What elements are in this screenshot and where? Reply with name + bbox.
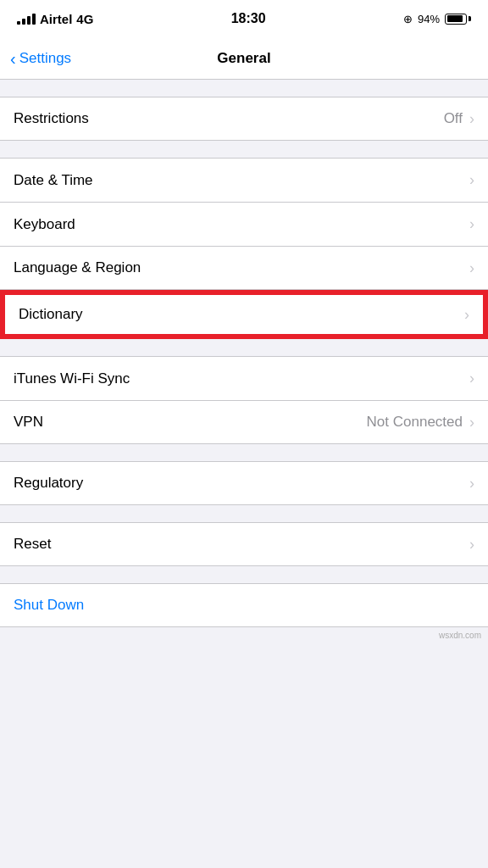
regulatory-chevron-icon: › bbox=[469, 475, 474, 492]
dictionary-row[interactable]: Dictionary › bbox=[3, 292, 485, 337]
shutdown-label: Shut Down bbox=[14, 597, 84, 614]
signal-icon bbox=[17, 14, 36, 25]
regulatory-label: Regulatory bbox=[14, 475, 469, 492]
itunes-vpn-section: iTunes Wi-Fi Sync › VPN Not Connected › bbox=[0, 356, 488, 444]
language-region-label: Language & Region bbox=[14, 259, 469, 276]
shutdown-row[interactable]: Shut Down bbox=[0, 583, 488, 627]
keyboard-label: Keyboard bbox=[14, 216, 469, 233]
back-chevron-icon: ‹ bbox=[10, 50, 16, 67]
regulatory-section: Regulatory › bbox=[0, 461, 488, 505]
vpn-row[interactable]: VPN Not Connected › bbox=[0, 400, 488, 444]
page-title: General bbox=[217, 50, 270, 67]
keyboard-chevron-icon: › bbox=[469, 215, 474, 233]
battery-percent: 94% bbox=[418, 13, 440, 25]
regulatory-row[interactable]: Regulatory › bbox=[0, 461, 488, 505]
restrictions-row[interactable]: Restrictions Off › bbox=[0, 97, 488, 141]
carrier-label: Airtel bbox=[40, 12, 72, 26]
vpn-label: VPN bbox=[14, 414, 367, 431]
restrictions-label: Restrictions bbox=[14, 110, 444, 127]
restrictions-section: Restrictions Off › bbox=[0, 97, 488, 141]
dictionary-section: Dictionary › bbox=[0, 290, 488, 339]
wifi-icon: ⊕ bbox=[403, 13, 413, 25]
restrictions-value: Off bbox=[444, 110, 463, 127]
reset-chevron-icon: › bbox=[469, 536, 474, 554]
date-time-row[interactable]: Date & Time › bbox=[0, 158, 488, 202]
dictionary-label: Dictionary bbox=[19, 306, 464, 323]
status-right: ⊕ 94% bbox=[403, 13, 471, 25]
dictionary-chevron-icon: › bbox=[464, 306, 469, 324]
restrictions-chevron-icon: › bbox=[469, 110, 474, 128]
status-left: Airtel 4G bbox=[17, 12, 93, 26]
back-button[interactable]: ‹ Settings bbox=[10, 50, 71, 67]
vpn-chevron-icon: › bbox=[469, 414, 474, 431]
itunes-wifi-row[interactable]: iTunes Wi-Fi Sync › bbox=[0, 356, 488, 400]
back-label: Settings bbox=[19, 50, 71, 67]
language-region-row[interactable]: Language & Region › bbox=[0, 246, 488, 290]
reset-label: Reset bbox=[14, 536, 469, 553]
itunes-wifi-chevron-icon: › bbox=[469, 370, 474, 387]
vpn-value: Not Connected bbox=[367, 414, 463, 431]
language-region-chevron-icon: › bbox=[469, 259, 474, 277]
time-label: 18:30 bbox=[231, 11, 266, 26]
reset-row[interactable]: Reset › bbox=[0, 522, 488, 566]
date-time-label: Date & Time bbox=[14, 172, 469, 189]
watermark: wsxdn.com bbox=[0, 627, 488, 643]
date-time-chevron-icon: › bbox=[469, 171, 474, 189]
status-bar: Airtel 4G 18:30 ⊕ 94% bbox=[0, 0, 488, 37]
itunes-wifi-label: iTunes Wi-Fi Sync bbox=[14, 370, 469, 387]
keyboard-row[interactable]: Keyboard › bbox=[0, 202, 488, 246]
network-label: 4G bbox=[76, 12, 93, 26]
datetime-section: Date & Time › Keyboard › Language & Regi… bbox=[0, 158, 488, 290]
battery-icon bbox=[445, 14, 471, 25]
reset-section: Reset › bbox=[0, 522, 488, 566]
nav-bar: ‹ Settings General bbox=[0, 37, 488, 80]
shutdown-section: Shut Down bbox=[0, 583, 488, 627]
